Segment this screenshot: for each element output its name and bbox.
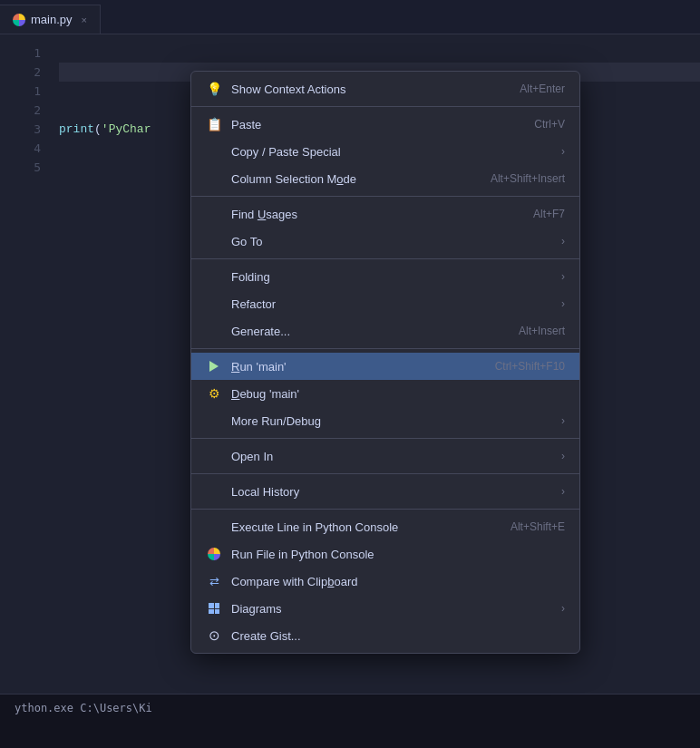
shortcut-execute-line: Alt+Shift+E bbox=[510, 520, 565, 533]
arrow-folding: › bbox=[561, 270, 565, 283]
arrow-local-history: › bbox=[561, 485, 565, 498]
menu-label-refactor: Refactor bbox=[231, 297, 554, 311]
terminal-text: ython.exe C:\Users\Ki bbox=[15, 702, 152, 714]
shortcut-paste: Ctrl+V bbox=[534, 118, 565, 131]
tab-filename: main.py bbox=[31, 13, 73, 26]
menu-label-create-gist: Create Gist... bbox=[231, 629, 565, 643]
menu-item-show-context-actions[interactable]: 💡 Show Context Actions Alt+Enter bbox=[191, 75, 579, 102]
menu-label-diagrams: Diagrams bbox=[231, 602, 554, 616]
local-history-icon bbox=[206, 483, 222, 500]
more-run-debug-icon bbox=[206, 413, 222, 429]
python-tab-icon bbox=[13, 14, 25, 26]
shortcut-generate: Alt+Insert bbox=[519, 325, 565, 337]
menu-item-create-gist[interactable]: ⊙ Create Gist... bbox=[191, 622, 579, 649]
menu-item-more-run-debug[interactable]: More Run/Debug › bbox=[191, 407, 579, 434]
arrow-more-run-debug: › bbox=[561, 414, 565, 427]
copy-paste-icon bbox=[206, 143, 222, 160]
menu-label-more-run-debug: More Run/Debug bbox=[231, 414, 554, 428]
shortcut-column-selection: Alt+Shift+Insert bbox=[491, 172, 565, 185]
arrow-copy-paste-special: › bbox=[561, 145, 565, 158]
arrow-open-in: › bbox=[561, 450, 565, 462]
menu-item-diagrams[interactable]: Diagrams › bbox=[191, 595, 579, 622]
shortcut-run-main: Ctrl+Shift+F10 bbox=[495, 360, 565, 373]
line-numbers: 1 2 1 2 3 4 5 bbox=[0, 34, 50, 694]
menu-label-show-context-actions: Show Context Actions bbox=[231, 83, 501, 96]
shortcut-show-context-actions: Alt+Enter bbox=[520, 83, 565, 95]
debug-icon: ⚙ bbox=[206, 385, 222, 402]
menu-label-local-history: Local History bbox=[231, 485, 554, 499]
code-line-1 bbox=[59, 44, 700, 63]
refactor-icon bbox=[206, 296, 222, 312]
menu-item-run-main[interactable]: Run 'main' Ctrl+Shift+F10 bbox=[191, 353, 579, 380]
tab-main-py[interactable]: main.py × bbox=[0, 5, 101, 34]
menu-label-run-main: Run 'main' bbox=[231, 360, 477, 374]
tab-bar: main.py × bbox=[0, 0, 700, 34]
generate-icon bbox=[206, 323, 222, 339]
menu-label-debug-main: Debug 'main' bbox=[231, 387, 565, 401]
menu-item-open-in[interactable]: Open In › bbox=[191, 442, 579, 470]
menu-item-refactor[interactable]: Refactor › bbox=[191, 290, 579, 317]
shortcut-find-usages: Alt+F7 bbox=[533, 208, 565, 220]
menu-item-local-history[interactable]: Local History › bbox=[191, 478, 579, 505]
tab-close-button[interactable]: × bbox=[82, 15, 87, 25]
execute-line-icon bbox=[206, 519, 222, 535]
menu-label-execute-line: Execute Line in Python Console bbox=[231, 520, 492, 534]
menu-item-execute-line[interactable]: Execute Line in Python Console Alt+Shift… bbox=[191, 513, 579, 540]
arrow-refactor: › bbox=[561, 297, 565, 310]
open-in-icon bbox=[206, 448, 222, 464]
separator-4 bbox=[191, 348, 579, 349]
find-usages-icon bbox=[206, 206, 222, 222]
lightbulb-icon: 💡 bbox=[206, 81, 222, 97]
menu-label-open-in: Open In bbox=[231, 450, 554, 463]
menu-item-folding[interactable]: Folding › bbox=[191, 263, 579, 290]
diagrams-icon bbox=[206, 600, 222, 617]
menu-label-paste: Paste bbox=[231, 118, 516, 131]
menu-item-find-usages[interactable]: Find Usages Alt+F7 bbox=[191, 200, 579, 228]
separator-6 bbox=[191, 473, 579, 474]
menu-label-folding: Folding bbox=[231, 270, 554, 284]
menu-label-find-usages: Find Usages bbox=[231, 208, 515, 221]
menu-item-copy-paste-special[interactable]: Copy / Paste Special › bbox=[191, 138, 579, 165]
arrow-diagrams: › bbox=[561, 602, 565, 615]
separator-5 bbox=[191, 438, 579, 439]
separator-1 bbox=[191, 106, 579, 107]
menu-label-go-to: Go To bbox=[231, 235, 554, 248]
folding-icon bbox=[206, 268, 222, 285]
terminal-bar: ython.exe C:\Users\Ki bbox=[0, 694, 700, 748]
menu-item-run-file-python[interactable]: Run File in Python Console bbox=[191, 540, 579, 568]
run-play-triangle bbox=[209, 361, 219, 372]
paste-icon: 📋 bbox=[206, 116, 222, 132]
run-icon bbox=[206, 358, 222, 374]
compare-icon: ⇄ bbox=[206, 573, 222, 589]
separator-3 bbox=[191, 258, 579, 259]
separator-7 bbox=[191, 509, 579, 510]
menu-item-column-selection[interactable]: Column Selection Mode Alt+Shift+Insert bbox=[191, 165, 579, 192]
python-icon bbox=[206, 546, 222, 562]
menu-item-generate[interactable]: Generate... Alt+Insert bbox=[191, 317, 579, 345]
go-to-icon bbox=[206, 233, 222, 249]
context-menu: 💡 Show Context Actions Alt+Enter 📋 Paste… bbox=[190, 71, 580, 654]
column-selection-icon bbox=[206, 170, 222, 187]
menu-label-copy-paste-special: Copy / Paste Special bbox=[231, 145, 554, 159]
menu-label-column-selection: Column Selection Mode bbox=[231, 172, 472, 186]
menu-item-compare-clipboard[interactable]: ⇄ Compare with Clipboard bbox=[191, 568, 579, 595]
separator-2 bbox=[191, 196, 579, 197]
menu-item-paste[interactable]: 📋 Paste Ctrl+V bbox=[191, 111, 579, 138]
arrow-go-to: › bbox=[561, 235, 565, 248]
menu-label-run-file-python: Run File in Python Console bbox=[231, 548, 565, 561]
menu-item-go-to[interactable]: Go To › bbox=[191, 228, 579, 255]
menu-item-debug-main[interactable]: ⚙ Debug 'main' bbox=[191, 380, 579, 407]
menu-label-compare-clipboard: Compare with Clipboard bbox=[231, 575, 565, 588]
github-icon: ⊙ bbox=[206, 627, 222, 644]
menu-label-generate: Generate... bbox=[231, 325, 501, 338]
